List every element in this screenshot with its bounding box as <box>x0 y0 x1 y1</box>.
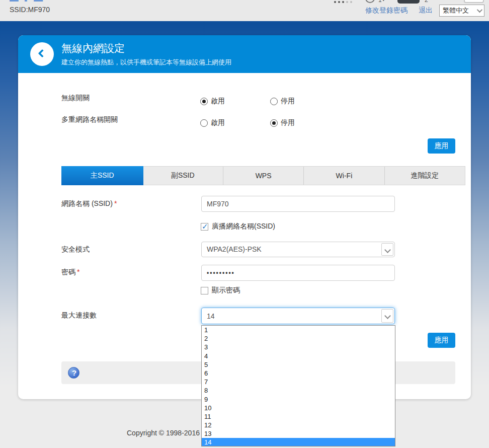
broadcast-ssid-checkbox[interactable]: 廣播網絡名稱(SSID) <box>201 222 275 231</box>
max-connections-value: 14 <box>207 312 215 320</box>
password-input[interactable] <box>201 265 395 281</box>
copyright-text: Copyright © 1998-2016 <box>127 429 200 437</box>
network-mode-icon <box>365 0 375 3</box>
dropdown-option[interactable]: 12 <box>202 421 395 429</box>
page-subtitle: 建立你的無線熱點，以供手機或筆記本等無線設備上網使用 <box>61 58 231 67</box>
dropdown-option[interactable]: 4 <box>202 352 395 360</box>
network-indicator-icon: 1˅ <box>378 0 385 4</box>
apply-switches-button[interactable]: 應用 <box>428 138 455 154</box>
back-button[interactable] <box>30 42 54 66</box>
dropdown-option[interactable]: 2 <box>202 334 395 343</box>
tab-main-ssid[interactable]: 主SSID <box>61 166 143 185</box>
required-asterisk: * <box>114 199 117 207</box>
wireless-enable-radio[interactable]: 啟用 <box>200 97 225 106</box>
status-icon-strip: 1˅ 2 <box>332 0 489 5</box>
security-mode-select[interactable]: WPA2(AES)-PSK <box>201 242 395 257</box>
chevron-down-icon <box>381 243 393 256</box>
top-bar: ZTE SSID:MF970 1˅ 2 修改登錄密碼 退出 繁體中文 <box>0 0 489 21</box>
radio-icon <box>270 119 278 127</box>
radio-icon <box>270 98 278 105</box>
chevron-left-icon <box>38 49 47 58</box>
dropdown-option[interactable]: 13 <box>202 429 395 438</box>
dropdown-option[interactable]: 5 <box>202 360 395 369</box>
checkbox-icon <box>201 223 208 231</box>
radio-icon <box>200 98 208 105</box>
dropdown-option[interactable]: 14 <box>202 438 395 446</box>
dropdown-option[interactable]: 1 <box>202 326 395 334</box>
ssid-tabs: 主SSID 副SSID WPS Wi-Fi 進階設定 <box>61 166 465 185</box>
checkbox-icon <box>201 287 208 294</box>
sms-count-badge: 2 <box>425 0 428 4</box>
max-connections-dropdown: 1234567891011121314 <box>201 325 395 446</box>
dropdown-option[interactable]: 8 <box>202 386 395 395</box>
signal-icon <box>350 1 352 3</box>
language-select[interactable]: 繁體中文 <box>439 5 484 17</box>
show-password-checkbox[interactable]: 顯示密碼 <box>201 286 240 295</box>
change-login-password-link[interactable]: 修改登錄密碼 <box>365 6 408 14</box>
password-label: 密碼* <box>61 268 79 277</box>
max-connections-select[interactable]: 14 <box>201 308 395 324</box>
dropdown-option[interactable]: 6 <box>202 369 395 378</box>
ssid-name-input[interactable] <box>201 196 395 212</box>
multi-ssid-disable-radio[interactable]: 停用 <box>270 118 295 127</box>
tab-wps[interactable]: WPS <box>223 167 304 185</box>
message-icon <box>397 0 420 4</box>
panel-header: 無線內網設定 建立你的無線熱點，以供手機或筆記本等無線設備上網使用 <box>18 35 471 73</box>
dropdown-option[interactable]: 3 <box>202 343 395 351</box>
help-icon[interactable] <box>68 367 79 379</box>
page-title: 無線內網設定 <box>61 41 125 55</box>
signal-icon <box>342 1 344 3</box>
signal-icon <box>338 1 340 3</box>
signal-icon <box>346 1 348 3</box>
tab-advanced[interactable]: 進階設定 <box>385 167 465 185</box>
battery-icon <box>464 0 484 3</box>
signal-icon <box>334 1 336 3</box>
screen: ZTE SSID:MF970 1˅ 2 修改登錄密碼 退出 繁體中文 無 <box>0 0 489 448</box>
tab-wifi[interactable]: Wi-Fi <box>304 167 384 185</box>
chevron-down-icon <box>477 7 482 13</box>
device-ssid-label: SSID:MF970 <box>10 6 50 14</box>
language-select-value: 繁體中文 <box>443 6 469 15</box>
wireless-disable-radio[interactable]: 停用 <box>270 97 295 106</box>
security-mode-label: 安全模式 <box>61 245 90 254</box>
dropdown-option[interactable]: 9 <box>202 395 395 404</box>
radio-icon <box>200 119 208 127</box>
apply-wifi-settings-button[interactable]: 應用 <box>428 333 455 348</box>
dropdown-option[interactable]: 7 <box>202 378 395 386</box>
wireless-switch-label: 無線開關 <box>61 94 90 103</box>
required-asterisk: * <box>77 268 79 276</box>
security-mode-value: WPA2(AES)-PSK <box>207 245 262 253</box>
max-connections-label: 最大連接數 <box>61 311 97 320</box>
multi-ssid-switch-label: 多重網路名稱開關 <box>61 115 118 124</box>
chevron-down-icon <box>381 309 393 323</box>
ssid-name-label: 網路名稱 (SSID)* <box>61 199 117 208</box>
zte-logo: ZTE <box>9 0 54 4</box>
logout-link[interactable]: 退出 <box>419 6 433 14</box>
dropdown-option[interactable]: 11 <box>202 412 395 421</box>
multi-ssid-enable-radio[interactable]: 啟用 <box>200 118 225 127</box>
tab-secondary-ssid[interactable]: 副SSID <box>143 167 223 185</box>
dropdown-option[interactable]: 10 <box>202 404 395 412</box>
